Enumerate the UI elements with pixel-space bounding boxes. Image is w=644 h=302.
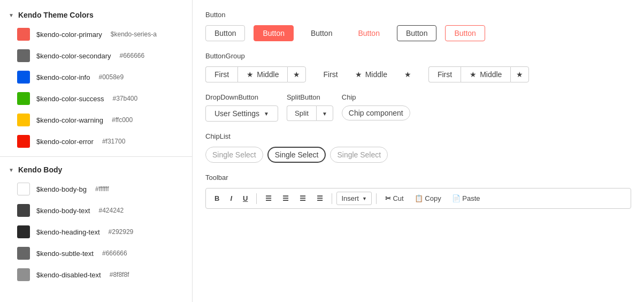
- toolbar-cut-label: Cut: [393, 194, 403, 202]
- star-icon-5: [470, 70, 477, 79]
- button-section-label: Button: [205, 11, 631, 19]
- color-item-warning: $kendo-color-warning #ffc000: [0, 109, 192, 131]
- button-outline-primary[interactable]: Button: [445, 25, 485, 41]
- chip-section: Chip Chip component: [342, 93, 410, 120]
- toolbar-separator-2: [332, 193, 332, 204]
- color-swatch-body-bg: [17, 183, 30, 195]
- toolbar-insert-button[interactable]: Insert ▼: [336, 192, 371, 205]
- bg2-first-button[interactable]: First: [315, 67, 346, 82]
- chip-component[interactable]: Chip component: [342, 105, 410, 120]
- color-item-disabled-text: $kendo-disabled-text #8f8f8f: [0, 264, 192, 285]
- toolbar-align-center-button[interactable]: ☰: [278, 192, 293, 205]
- kendo-body-section-header[interactable]: ▼ Kendo Body: [0, 161, 192, 178]
- toolbar-bold-button[interactable]: B: [210, 192, 224, 205]
- buttongroup-row: First Middle First Middle: [205, 66, 631, 82]
- split-arrow-button[interactable]: ▼: [316, 105, 333, 121]
- button-group-2: First Middle: [315, 67, 419, 82]
- color-alias-primary: $kendo-series-a: [111, 31, 157, 38]
- color-alias-heading-text: #292929: [109, 228, 134, 236]
- chevron-down-icon-btn: ▼: [264, 111, 269, 117]
- color-name-disabled-text: $kendo-disabled-text: [36, 271, 101, 279]
- sidebar: ▼ Kendo Theme Colors $kendo-color-primar…: [0, 0, 193, 302]
- toolbar-copy-label: Copy: [425, 194, 441, 202]
- color-swatch-secondary: [17, 49, 30, 62]
- color-name-warning: $kendo-color-warning: [36, 116, 103, 124]
- color-item-subtle-text: $kendo-subtle-text #666666: [0, 243, 192, 264]
- chiplist-item-2[interactable]: Single Select: [330, 147, 388, 163]
- bg2-middle-button[interactable]: Middle: [347, 67, 396, 82]
- color-name-body-bg: $kendo-body-bg: [36, 185, 87, 193]
- kendo-theme-section-header[interactable]: ▼ Kendo Theme Colors: [0, 6, 192, 24]
- star-icon-3: [355, 70, 362, 79]
- toolbar-align-right-button[interactable]: ☰: [295, 192, 310, 205]
- color-name-info: $kendo-color-info: [36, 73, 90, 81]
- kendo-theme-section-label: Kendo Theme Colors: [18, 11, 94, 19]
- toolbar-copy-button[interactable]: 📋 Copy: [410, 192, 446, 205]
- color-item-body-text: $kendo-body-text #424242: [0, 200, 192, 221]
- bg1-first-button[interactable]: First: [205, 66, 237, 82]
- toolbar-cut-button[interactable]: ✂ Cut: [381, 192, 408, 205]
- toolbar-underline-button[interactable]: U: [239, 192, 252, 205]
- color-item-heading-text: $kendo-heading-text #292929: [0, 221, 192, 243]
- color-item-success: $kendo-color-success #37b400: [0, 88, 192, 109]
- bg3-middle-button[interactable]: Middle: [461, 66, 510, 82]
- color-swatch-success: [17, 92, 30, 105]
- chip-section-label: Chip: [342, 93, 410, 101]
- paste-icon: 📄: [452, 194, 461, 202]
- toolbar-align-justify-button[interactable]: ☰: [312, 192, 327, 205]
- toolbar-align-left-button[interactable]: ☰: [261, 192, 276, 205]
- chiplist-item-0[interactable]: Single Select: [205, 147, 263, 163]
- button-group-3: First Middle: [428, 66, 529, 82]
- main-content: Button Button Button Button Button Butto…: [193, 0, 644, 302]
- color-swatch-primary: [17, 28, 30, 41]
- chevron-down-icon-insert: ▼: [362, 196, 367, 201]
- cut-icon: ✂: [385, 194, 391, 202]
- chiplist-item-1[interactable]: Single Select: [267, 147, 326, 163]
- split-main-button[interactable]: Split: [287, 105, 316, 121]
- color-name-heading-text: $kendo-heading-text: [36, 228, 100, 236]
- star-icon-2: [293, 70, 300, 79]
- star-icon-1: [247, 70, 254, 79]
- toolbar-separator-3: [376, 193, 377, 204]
- color-swatch-info: [17, 71, 30, 84]
- color-alias-body-bg: #ffffff: [95, 185, 109, 193]
- star-icon-6: [516, 70, 523, 79]
- split-label: Split: [295, 109, 309, 117]
- color-alias-success: #37b400: [112, 95, 137, 102]
- color-alias-body-text: #424242: [98, 207, 124, 214]
- color-swatch-warning: [17, 114, 30, 126]
- split-button-group: Split ▼: [287, 105, 333, 121]
- kendo-body-section-label: Kendo Body: [18, 165, 62, 174]
- bg1-middle-button[interactable]: Middle: [237, 66, 287, 82]
- color-name-success: $kendo-color-success: [36, 95, 104, 103]
- color-name-secondary: $kendo-color-secondary: [36, 52, 111, 60]
- dropdown-section-label: DropDownButton: [205, 93, 278, 101]
- button-flat[interactable]: Button: [302, 26, 341, 41]
- chevron-down-icon: ▼: [9, 12, 14, 18]
- toolbar-italic-button[interactable]: I: [226, 192, 236, 205]
- bg3-icon-button[interactable]: [510, 66, 529, 82]
- dropdown-section: DropDownButton User Settings ▼: [205, 93, 278, 122]
- copy-icon: 📋: [415, 194, 423, 202]
- button-primary[interactable]: Button: [254, 25, 293, 41]
- button-link[interactable]: Button: [349, 26, 388, 41]
- bg3-first-button[interactable]: First: [428, 66, 461, 82]
- button-group-1: First Middle: [205, 66, 306, 82]
- chevron-down-icon-split: ▼: [322, 111, 327, 117]
- color-name-error: $kendo-color-error: [36, 138, 94, 146]
- toolbar-paste-button[interactable]: 📄 Paste: [448, 192, 485, 205]
- dropdown-button[interactable]: User Settings ▼: [205, 105, 278, 122]
- button-default[interactable]: Button: [205, 25, 245, 41]
- button-outline[interactable]: Button: [397, 25, 436, 41]
- split-section-label: SplitButton: [287, 93, 333, 101]
- toolbar: B I U ☰ ☰ ☰ ☰ Insert ▼ ✂ Cut 📋 Copy 📄 Pa…: [205, 188, 631, 209]
- chiplist-section-label: ChipList: [205, 132, 631, 140]
- bg2-icon-button[interactable]: [396, 67, 420, 82]
- toolbar-paste-label: Paste: [462, 194, 480, 202]
- color-item-info: $kendo-color-info #0058e9: [0, 66, 192, 88]
- color-item-body-bg: $kendo-body-bg #ffffff: [0, 178, 192, 200]
- color-name-primary: $kendo-color-primary: [36, 31, 102, 39]
- color-swatch-subtle-text: [17, 247, 30, 260]
- color-swatch-body-text: [17, 204, 30, 217]
- bg1-icon-button[interactable]: [287, 66, 306, 82]
